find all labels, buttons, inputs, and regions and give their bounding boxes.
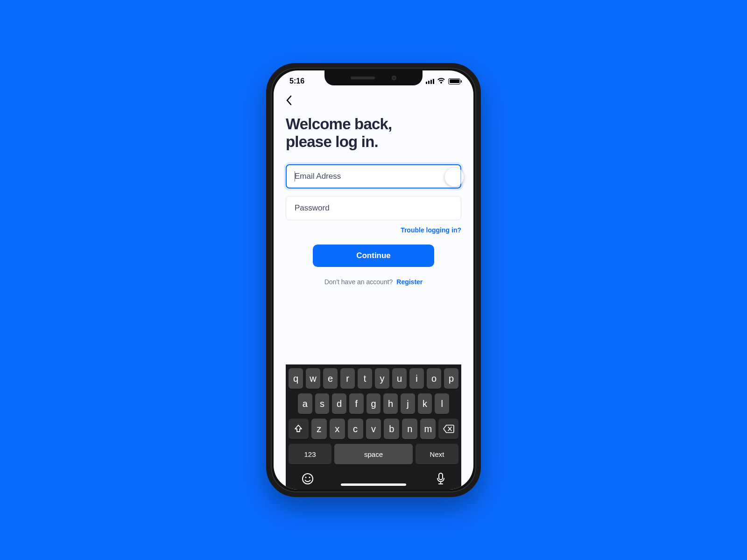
key-s[interactable]: s: [315, 393, 330, 414]
side-button: [266, 147, 267, 161]
key-d[interactable]: d: [332, 393, 346, 414]
key-e[interactable]: e: [323, 368, 338, 389]
key-y[interactable]: y: [375, 368, 389, 389]
backspace-icon: [443, 425, 454, 433]
key-r[interactable]: r: [340, 368, 355, 389]
svg-point-0: [303, 474, 313, 484]
notch: [324, 70, 423, 85]
key-i[interactable]: i: [409, 368, 424, 389]
status-time: 5:16: [289, 77, 304, 85]
svg-rect-3: [439, 473, 443, 480]
back-button[interactable]: [286, 95, 292, 105]
password-field-wrapper[interactable]: [286, 196, 461, 220]
key-c[interactable]: c: [348, 419, 363, 439]
svg-point-1: [305, 476, 306, 478]
key-backspace[interactable]: [438, 419, 458, 439]
key-o[interactable]: o: [427, 368, 441, 389]
key-l[interactable]: l: [435, 393, 449, 414]
battery-icon: [448, 78, 460, 84]
password-input[interactable]: [295, 203, 452, 213]
home-indicator[interactable]: [341, 483, 406, 486]
chevron-left-icon: [286, 95, 292, 105]
svg-point-2: [309, 476, 310, 478]
side-button: [266, 208, 267, 236]
wifi-icon: [437, 78, 445, 84]
side-button: [480, 175, 481, 217]
key-p[interactable]: p: [444, 368, 458, 389]
onscreen-keyboard: qwertyuiop asdfghjkl zxcvbnm 123 space N…: [286, 364, 461, 490]
continue-button[interactable]: Continue: [313, 245, 434, 267]
key-k[interactable]: k: [418, 393, 432, 414]
phone-frame: 5:16 Welcome back, please log in.: [266, 63, 481, 497]
key-z[interactable]: z: [311, 419, 327, 439]
key-t[interactable]: t: [358, 368, 372, 389]
cellular-icon: [426, 78, 434, 84]
key-a[interactable]: a: [298, 393, 312, 414]
key-n[interactable]: n: [402, 419, 417, 439]
register-prompt: Don't have an account?: [324, 278, 393, 286]
key-h[interactable]: h: [383, 393, 398, 414]
emoji-icon[interactable]: [302, 473, 314, 485]
shift-icon: [294, 424, 303, 434]
key-shift[interactable]: [289, 419, 309, 439]
key-numbers[interactable]: 123: [289, 444, 331, 464]
mic-icon[interactable]: [436, 473, 445, 485]
key-j[interactable]: j: [401, 393, 415, 414]
key-u[interactable]: u: [392, 368, 407, 389]
side-button: [266, 173, 267, 201]
login-screen: Welcome back, please log in. Trouble log…: [274, 92, 473, 490]
key-g[interactable]: g: [366, 393, 381, 414]
register-link[interactable]: Register: [396, 278, 423, 286]
screen: 5:16 Welcome back, please log in.: [274, 70, 473, 490]
email-input[interactable]: [295, 172, 452, 181]
email-field-wrapper[interactable]: [286, 164, 461, 189]
key-v[interactable]: v: [366, 419, 381, 439]
page-title: Welcome back, please log in.: [286, 115, 461, 150]
key-m[interactable]: m: [420, 419, 436, 439]
key-x[interactable]: x: [330, 419, 345, 439]
trouble-logging-in-link[interactable]: Trouble logging in?: [401, 226, 461, 234]
key-next[interactable]: Next: [416, 444, 458, 464]
key-q[interactable]: q: [289, 368, 303, 389]
key-f[interactable]: f: [349, 393, 364, 414]
key-b[interactable]: b: [384, 419, 399, 439]
key-w[interactable]: w: [306, 368, 320, 389]
key-space[interactable]: space: [334, 444, 413, 464]
